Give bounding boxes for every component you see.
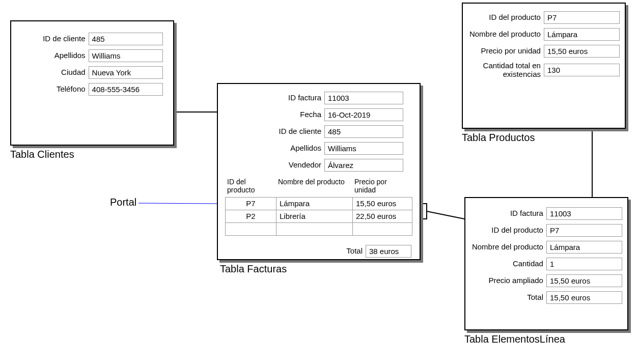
portal-cell-precio: 15,50 euros <box>353 198 411 210</box>
label-facturas-apellidos: Apellidos <box>225 144 324 153</box>
value-facturas-total[interactable]: 38 euros <box>366 245 411 258</box>
value-productos-id[interactable]: P7 <box>544 11 620 24</box>
value-facturas-cliente[interactable]: 485 <box>324 125 403 138</box>
value-elem-factura[interactable]: 11003 <box>546 207 622 220</box>
value-elem-nombre[interactable]: Lámpara <box>546 241 622 254</box>
label-elem-precio: Precio ampliado <box>470 276 546 285</box>
label-elem-factura: ID factura <box>470 209 546 218</box>
svg-line-3 <box>427 211 464 219</box>
title-facturas: Tabla Facturas <box>220 263 287 275</box>
label-facturas-fecha: Fecha <box>225 110 324 119</box>
title-clientes: Tabla Clientes <box>10 149 74 160</box>
title-elementos: Tabla ElementosLínea <box>464 333 565 345</box>
portal-row[interactable] <box>226 223 412 236</box>
portal-annotation: Portal <box>110 197 136 208</box>
value-elem-producto[interactable]: P7 <box>546 224 622 237</box>
label-elem-cantidad: Cantidad <box>470 260 546 268</box>
label-elem-nombre: Nombre del producto <box>470 243 546 251</box>
portal-cell-nombre <box>276 223 353 235</box>
portal-row[interactable]: P2 Librería 22,50 euros <box>226 210 412 223</box>
title-productos: Tabla Productos <box>462 132 535 144</box>
portal-header: ID del producto Nombre del producto Prec… <box>225 176 412 197</box>
value-productos-nombre[interactable]: Lámpara <box>544 28 620 41</box>
label-elem-total: Total <box>470 293 546 302</box>
portal-cell-nombre: Lámpara <box>276 198 353 210</box>
portal-col-id: ID del producto <box>225 176 276 197</box>
portal-cell-nombre: Librería <box>276 210 353 222</box>
label-facturas-vendedor: Vendedor <box>225 161 324 170</box>
label-facturas-total: Total <box>225 247 366 256</box>
value-clientes-ciudad[interactable]: Nueva York <box>89 66 163 79</box>
label-productos-cantidad: Cantidad total en existencias <box>468 62 544 78</box>
value-facturas-id[interactable]: 11003 <box>324 92 403 104</box>
label-elem-producto: ID del producto <box>470 226 546 235</box>
label-productos-nombre: Nombre del producto <box>468 30 544 39</box>
value-elem-precio[interactable]: 15,50 euros <box>546 274 622 287</box>
portal-col-precio: Precio por unidad <box>352 176 411 197</box>
label-clientes-apellidos: Apellidos <box>21 51 89 60</box>
label-productos-id: ID del producto <box>468 13 544 22</box>
portal-row[interactable]: P7 Lámpara 15,50 euros <box>226 198 412 210</box>
label-productos-precio: Precio por unidad <box>468 47 544 55</box>
value-facturas-vendedor[interactable]: Álvarez <box>324 159 403 172</box>
portal-cell-id: P2 <box>226 210 276 222</box>
value-productos-cantidad[interactable]: 130 <box>544 64 620 76</box>
table-clientes: ID de cliente 485 Apellidos Williams Ciu… <box>10 20 174 146</box>
value-facturas-apellidos[interactable]: Williams <box>324 142 403 155</box>
table-facturas: ID factura 11003 Fecha 16-Oct-2019 ID de… <box>217 83 421 260</box>
portal-cell-id <box>226 223 276 235</box>
table-elementos: ID factura 11003 ID del producto P7 Nomb… <box>464 197 628 330</box>
value-productos-precio[interactable]: 15,50 euros <box>544 45 620 58</box>
label-clientes-ciudad: Ciudad <box>21 68 89 77</box>
svg-line-1 <box>138 203 217 204</box>
label-clientes-id: ID de cliente <box>21 35 89 43</box>
value-clientes-apellidos[interactable]: Williams <box>89 49 163 62</box>
value-elem-cantidad[interactable]: 1 <box>546 258 622 270</box>
value-elem-total[interactable]: 15,50 euros <box>546 291 622 304</box>
label-facturas-id: ID factura <box>225 94 324 102</box>
value-clientes-id[interactable]: 485 <box>89 33 163 45</box>
table-productos: ID del producto P7 Nombre del producto L… <box>462 3 626 129</box>
portal-cell-id: P7 <box>226 198 276 210</box>
portal-cell-precio: 22,50 euros <box>353 210 411 222</box>
portal-col-nombre: Nombre del producto <box>276 176 352 197</box>
value-facturas-fecha[interactable]: 16-Oct-2019 <box>324 108 403 121</box>
portal-grid: P7 Lámpara 15,50 euros P2 Librería 22,50… <box>225 197 412 236</box>
label-clientes-telefono: Teléfono <box>21 85 89 94</box>
label-facturas-cliente: ID de cliente <box>225 127 324 136</box>
portal-cell-precio <box>353 223 411 235</box>
value-clientes-telefono[interactable]: 408-555-3456 <box>89 83 163 96</box>
